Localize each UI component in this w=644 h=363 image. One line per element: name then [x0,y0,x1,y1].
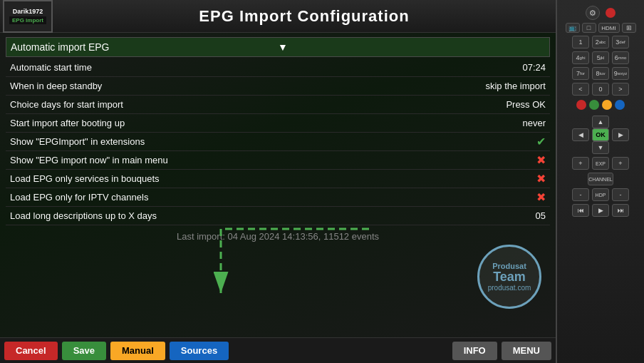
remote-wifi-icon[interactable]: ⚙ [586,6,600,20]
config-row-7[interactable]: Load EPG only for IPTV channels✖ [6,188,550,207]
automatic-import-dropdown[interactable]: Automatic import EPG ▼ [6,37,550,57]
row-value-1: skip the import [474,81,546,91]
row-value-8: 05 [474,210,546,221]
remote-plus-right[interactable]: + [612,157,629,170]
row-value-0: 07:24 [474,62,546,73]
row-value-7: ✖ [474,190,546,204]
remote-btn-next[interactable]: > [612,83,629,96]
remote-minus-left[interactable]: - [572,188,589,201]
watermark-circle: Produsat Team produsat.com [477,245,541,309]
page-title: EPG Import Configuration [53,7,556,26]
row-value-5: ✖ [474,153,546,167]
remote-ffw-btn[interactable]: ⏭ [612,204,629,217]
save-button[interactable]: Save [62,342,106,360]
remote-btn-1[interactable]: 1 [572,36,589,48]
content-area: Automatic import EPG ▼ Automatic start t… [0,33,556,337]
remote-btn-9[interactable]: 9wxyz [612,67,629,80]
logo-top: Darik1972 [13,8,43,15]
remote-btn-prev[interactable]: < [572,83,589,96]
remote-btn-6[interactable]: 6mno [612,51,629,64]
remote-plus-left[interactable]: + [572,157,589,170]
dropdown-label: Automatic import EPG [11,41,278,53]
watermark: Produsat Team produsat.com [477,245,541,309]
menu-button[interactable]: MENU [502,342,551,360]
remote-num-row-1: 1 2abc 3def [572,36,629,48]
config-row-4[interactable]: Show "EPGImport" in extensions✔ [6,133,550,151]
main-panel: Darik1972 EPG import EPG Import Configur… [0,0,556,363]
manual-button[interactable]: Manual [110,342,165,360]
remote-hdp-btn[interactable]: HDP [592,188,609,201]
config-row-1[interactable]: When in deep standbyskip the import [6,77,550,96]
remote-top-row: ⚙ [586,6,616,20]
remote-nav-left[interactable]: ◀ [572,128,589,141]
row-label-2: Choice days for start import [10,99,474,110]
row-value-6: ✖ [474,172,546,185]
toolbar: Cancel Save Manual Sources INFO MENU [0,337,556,363]
remote-power-btn[interactable] [606,8,616,18]
remote-btn-3[interactable]: 3def [612,36,629,48]
row-label-0: Automatic start time [10,62,474,73]
remote-num-row-3: 7for 8tuv 9wxyz [572,67,629,80]
remote-icon1[interactable]: 📺 [566,23,580,33]
row-label-7: Load EPG only for IPTV channels [10,192,474,203]
remote-icon3[interactable]: ⊞ [622,23,636,33]
remote-nav-container: ▲ ◀ OK ▶ ▼ [572,116,629,154]
remote-num-row-2: 4ghi 5jkl 6mno [572,51,629,64]
config-row-6[interactable]: Load EPG only services in bouquets✖ [6,170,550,188]
config-row-5[interactable]: Show "EPG import now" in main menu✖ [6,151,550,170]
config-table: Automatic import EPG ▼ Automatic start t… [0,33,556,225]
remote-icon2[interactable]: □ [582,23,596,33]
remote-yellow-btn[interactable] [602,100,612,110]
remote-ch-row: CHANNEL [588,173,613,185]
row-value-2: Press OK [474,99,546,110]
remote-nav-down-row: ▼ [572,141,629,154]
row-label-8: Load long descriptions up to X days [10,210,474,221]
remote-ok-btn[interactable]: OK [592,128,609,141]
watermark-line2: Team [493,270,526,285]
remote-panel: ⚙ 📺 □ HDMI ⊞ 1 2abc 3def 4ghi 5jkl 6mno … [556,0,644,363]
row-label-6: Load EPG only services in bouquets [10,173,474,184]
remote-icon-row: 📺 □ HDMI ⊞ [566,23,636,33]
row-value-4: ✔ [474,135,546,148]
remote-nav-up[interactable]: ▲ [592,116,609,128]
remote-btn-4[interactable]: 4ghi [572,51,589,64]
remote-exit-btn[interactable]: EXP [592,157,609,170]
row-label-1: When in deep standby [10,81,474,91]
logo: Darik1972 EPG import [3,0,53,33]
remote-num-row-4: < 0 > [572,83,629,96]
remote-btn-0[interactable]: 0 [592,83,609,96]
header: Darik1972 EPG import EPG Import Configur… [0,0,556,33]
remote-nav-down[interactable]: ▼ [592,141,609,154]
remote-btn-2[interactable]: 2abc [592,36,609,48]
remote-red-btn[interactable] [576,100,586,110]
config-row-3[interactable]: Start import after booting upnever [6,114,550,133]
logo-bottom: EPG import [9,16,46,24]
remote-nav-right[interactable]: ▶ [612,128,629,141]
remote-rew-btn[interactable]: ⏮ [572,204,589,217]
config-row-2[interactable]: Choice days for start importPress OK [6,96,550,114]
remote-hdmi-btn[interactable]: HDMI [598,23,620,33]
watermark-line1: Produsat [492,262,526,270]
remote-color-btns [576,100,625,110]
remote-btn-5[interactable]: 5jkl [592,51,609,64]
cancel-button[interactable]: Cancel [4,342,58,360]
remote-btn-7[interactable]: 7for [572,67,589,80]
config-rows: Automatic start time07:24When in deep st… [6,58,550,225]
config-row-8[interactable]: Load long descriptions up to X days05 [6,207,550,225]
remote-blue-btn[interactable] [615,100,625,110]
config-row-0[interactable]: Automatic start time07:24 [6,58,550,77]
remote-btn-8[interactable]: 8tuv [592,67,609,80]
sources-button[interactable]: Sources [170,342,229,360]
info-button[interactable]: INFO [452,342,497,360]
remote-green-btn[interactable] [589,100,599,110]
row-label-4: Show "EPGImport" in extensions [10,136,474,147]
remote-play-btn[interactable]: ▶ [592,204,609,217]
remote-minus-right[interactable]: - [612,188,629,201]
row-label-5: Show "EPG import now" in main menu [10,155,474,165]
watermark-line3: produsat.com [488,284,531,292]
remote-media-row: ⏮ ▶ ⏭ [572,204,629,217]
remote-ch-label: CHANNEL [588,173,613,185]
row-label-3: Start import after booting up [10,118,474,128]
row-value-3: never [474,118,546,128]
dropdown-arrow-icon: ▼ [278,41,545,53]
